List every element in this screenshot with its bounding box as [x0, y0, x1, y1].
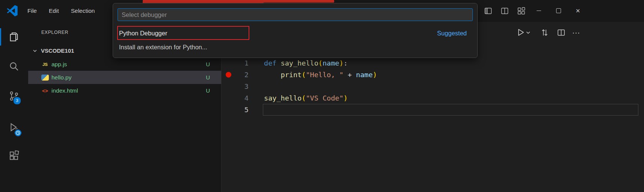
run-dropdown-chevron-icon[interactable] [525, 27, 531, 38]
file-item-app.js[interactable]: JSapp.jsU [28, 58, 221, 71]
quickpick-item-install-extension[interactable]: Install an extension for Python... [114, 40, 477, 54]
minimize-icon [537, 11, 541, 11]
source-control-badge: 3 [13, 96, 21, 105]
more-actions-icon[interactable]: ··· [571, 27, 581, 38]
activity-bar: 3 [0, 22, 28, 192]
red-annotation-box [117, 26, 249, 40]
pending-clock-badge [14, 129, 22, 137]
customize-layout-icon[interactable] [517, 6, 526, 15]
activity-source-control-button[interactable]: 3 [5, 87, 23, 105]
menu-file[interactable]: File [22, 5, 42, 17]
git-untracked-badge: U [206, 74, 210, 81]
debugger-quick-pick: Python Debugger Suggested Install an ext… [113, 3, 478, 58]
code-text: print("Hello, " + name) [264, 69, 377, 81]
code-line-4[interactable]: 4say_hello("VS Code") [222, 92, 638, 104]
compare-changes-icon[interactable] [539, 27, 550, 38]
extensions-icon [8, 150, 20, 161]
python-file-icon [41, 75, 49, 81]
file-name: app.js [51, 61, 67, 68]
explorer-header: EXPLORER [41, 30, 68, 35]
file-item-index.html[interactable]: <>index.htmlU [28, 84, 221, 97]
code-text: say_hello("VS Code") [264, 92, 348, 104]
window-minimize-button[interactable] [530, 0, 547, 21]
file-item-hello.py[interactable]: hello.pyU [28, 71, 221, 84]
git-untracked-badge: U [206, 87, 210, 94]
run-python-file-button[interactable] [515, 27, 526, 38]
activity-search-button[interactable] [5, 57, 23, 75]
git-untracked-badge: U [206, 61, 210, 67]
js-file-icon: JS [41, 62, 49, 67]
code-line-3[interactable]: 3 [222, 81, 638, 92]
file-name: hello.py [51, 74, 71, 81]
quickpick-item-label: Install an extension for Python... [119, 44, 207, 51]
code-line-1[interactable]: 1def say_hello(name): [222, 57, 638, 69]
file-list: JSapp.jsUhello.pyU<>index.htmlU [28, 58, 221, 97]
activity-extensions-button[interactable] [5, 146, 23, 165]
suggested-badge: Suggested [437, 30, 467, 37]
line-number: 5 [231, 104, 249, 116]
code-text: def say_hello(name): [264, 57, 348, 69]
menu-bar: File Edit Selection [22, 0, 100, 21]
activity-explorer-button[interactable] [5, 28, 23, 46]
redacted-title-annotation [262, 0, 334, 3]
line-number: 4 [231, 92, 249, 104]
code-line-5[interactable]: 5 [222, 104, 638, 116]
line-number: 3 [231, 81, 249, 92]
maximize-icon [556, 8, 561, 13]
menu-selection[interactable]: Selection [65, 5, 101, 17]
breakpoint-dot[interactable] [226, 72, 231, 78]
explorer-files-icon [8, 31, 20, 43]
search-icon [8, 61, 20, 72]
toggle-sidebar-icon[interactable] [484, 6, 493, 15]
activity-run-debug-button[interactable] [5, 118, 23, 136]
code-line-2[interactable]: 2 print("Hello, " + name) [222, 69, 638, 81]
line-number: 2 [231, 69, 249, 81]
window-maximize-button[interactable] [550, 0, 567, 21]
split-editor-icon[interactable] [556, 27, 566, 38]
select-debugger-input[interactable] [118, 8, 473, 21]
line-number: 1 [231, 57, 249, 69]
active-view-indicator [0, 28, 1, 46]
vscode-logo-icon [6, 5, 18, 17]
toggle-panel-icon[interactable] [500, 6, 509, 15]
file-name: index.html [51, 87, 78, 94]
menu-edit[interactable]: Edit [43, 5, 65, 17]
chevron-down-icon [32, 48, 38, 53]
window-close-button[interactable]: ✕ [569, 0, 587, 21]
folder-name: VSCODE101 [41, 47, 74, 54]
close-icon: ✕ [576, 8, 581, 14]
html-file-icon: <> [41, 88, 49, 94]
